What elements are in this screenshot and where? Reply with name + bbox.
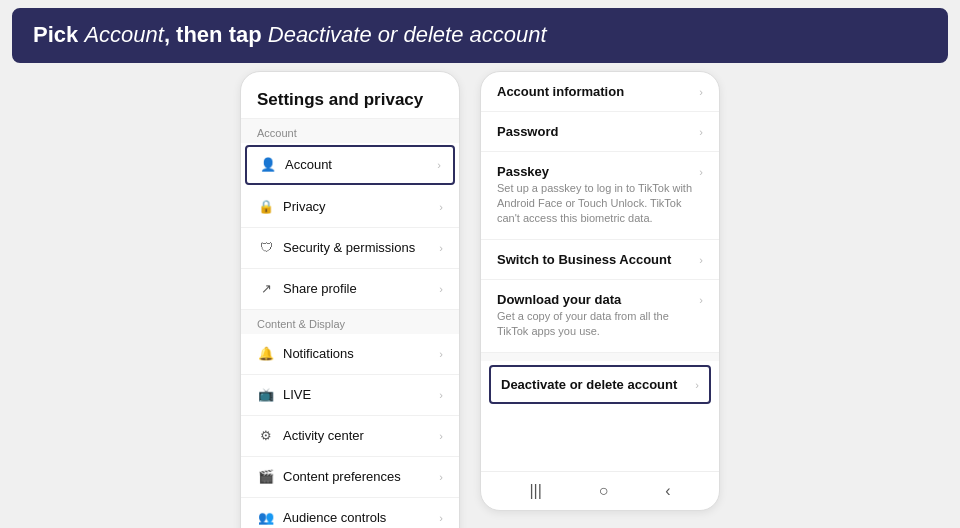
business-label: Switch to Business Account xyxy=(497,252,699,267)
security-icon: 🛡 xyxy=(257,239,275,257)
section-account-label: Account xyxy=(241,119,459,143)
security-label: Security & permissions xyxy=(283,240,439,255)
menu-item-audience[interactable]: 👥 Audience controls › xyxy=(241,498,459,528)
share-label: Share profile xyxy=(283,281,439,296)
account-info-chevron: › xyxy=(699,86,703,98)
deactivate-label: Deactivate or delete account xyxy=(501,377,695,392)
menu-item-content-pref[interactable]: 🎬 Content preferences › xyxy=(241,457,459,498)
phone-settings: Settings and privacy Account 👤 Account ›… xyxy=(240,71,460,528)
password-chevron: › xyxy=(699,126,703,138)
account-label: Account xyxy=(285,157,437,172)
menu-item-deactivate[interactable]: Deactivate or delete account › xyxy=(489,365,711,404)
audience-chevron: › xyxy=(439,512,443,524)
activity-chevron: › xyxy=(439,430,443,442)
notifications-label: Notifications xyxy=(283,346,439,361)
menu-item-password[interactable]: Password › xyxy=(481,112,719,152)
content-pref-icon: 🎬 xyxy=(257,468,275,486)
menu-item-live[interactable]: 📺 LIVE › xyxy=(241,375,459,416)
settings-title: Settings and privacy xyxy=(241,72,459,119)
nav2-menu-icon: ||| xyxy=(529,482,541,500)
instruction-banner: Pick Account, then tap Deactivate or del… xyxy=(12,8,948,63)
account-info-label: Account information xyxy=(497,84,699,99)
content-area: Settings and privacy Account 👤 Account ›… xyxy=(0,71,960,528)
menu-item-activity[interactable]: ⚙ Activity center › xyxy=(241,416,459,457)
menu-item-business[interactable]: Switch to Business Account › xyxy=(481,240,719,280)
nav2-home-icon: ○ xyxy=(599,482,609,500)
menu-item-notifications[interactable]: 🔔 Notifications › xyxy=(241,334,459,375)
section-content-label: Content & Display xyxy=(241,310,459,334)
passkey-label: Passkey xyxy=(497,164,699,179)
phone-account: Account information › Password › Passkey… xyxy=(480,71,720,511)
account-chevron: › xyxy=(437,159,441,171)
passkey-chevron: › xyxy=(699,166,703,178)
activity-icon: ⚙ xyxy=(257,427,275,445)
passkey-sub: Set up a passkey to log in to TikTok wit… xyxy=(497,181,699,227)
menu-item-account[interactable]: 👤 Account › xyxy=(245,145,455,185)
banner-text: Pick Account, then tap Deactivate or del… xyxy=(33,21,547,50)
privacy-chevron: › xyxy=(439,201,443,213)
nav2-back-icon: ‹ xyxy=(665,482,670,500)
phone2-nav: ||| ○ ‹ xyxy=(481,471,719,510)
spacer xyxy=(481,353,719,361)
privacy-label: Privacy xyxy=(283,199,439,214)
menu-item-passkey[interactable]: Passkey Set up a passkey to log in to Ti… xyxy=(481,152,719,240)
download-sub: Get a copy of your data from all the Tik… xyxy=(497,309,699,340)
business-chevron: › xyxy=(699,254,703,266)
content-pref-label: Content preferences xyxy=(283,469,439,484)
content-pref-chevron: › xyxy=(439,471,443,483)
audience-icon: 👥 xyxy=(257,509,275,527)
account-icon: 👤 xyxy=(259,156,277,174)
live-icon: 📺 xyxy=(257,386,275,404)
deactivate-chevron: › xyxy=(695,379,699,391)
share-icon: ↗ xyxy=(257,280,275,298)
live-label: LIVE xyxy=(283,387,439,402)
notifications-chevron: › xyxy=(439,348,443,360)
notifications-icon: 🔔 xyxy=(257,345,275,363)
download-chevron: › xyxy=(699,294,703,306)
security-chevron: › xyxy=(439,242,443,254)
privacy-icon: 🔒 xyxy=(257,198,275,216)
menu-item-account-info[interactable]: Account information › xyxy=(481,72,719,112)
menu-item-download[interactable]: Download your data Get a copy of your da… xyxy=(481,280,719,353)
menu-item-share-profile[interactable]: ↗ Share profile › xyxy=(241,269,459,310)
menu-item-privacy[interactable]: 🔒 Privacy › xyxy=(241,187,459,228)
share-chevron: › xyxy=(439,283,443,295)
menu-item-security[interactable]: 🛡 Security & permissions › xyxy=(241,228,459,269)
password-label: Password xyxy=(497,124,699,139)
audience-label: Audience controls xyxy=(283,510,439,525)
live-chevron: › xyxy=(439,389,443,401)
activity-label: Activity center xyxy=(283,428,439,443)
download-label: Download your data xyxy=(497,292,699,307)
